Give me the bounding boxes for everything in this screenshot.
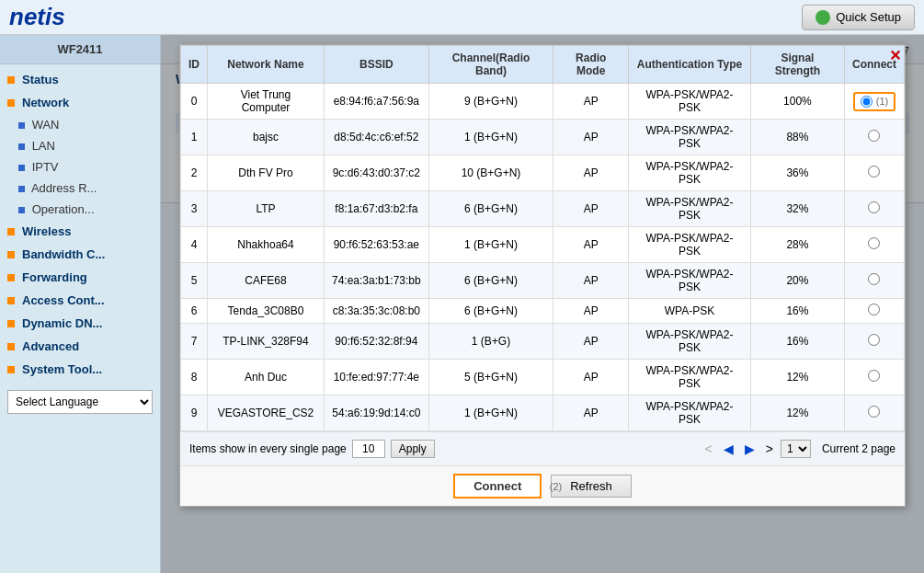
ap-scan-modal: ✕ ID Network Name BSSID Channel(Radio Ba… (179, 44, 906, 507)
cell-channel: 6 (B+G+N) (428, 299, 553, 324)
sidebar-item-wan[interactable]: WAN (0, 114, 160, 135)
sidebar-item-lan-label: LAN (32, 139, 55, 153)
wan-icon (18, 122, 25, 129)
sidebar-item-advanced[interactable]: Advanced (0, 335, 160, 358)
table-body: 0Viet Trung Computere8:94:f6:a7:56:9a9 (… (181, 84, 905, 431)
label-1: (1) (876, 96, 888, 107)
sidebar-item-forwarding-label: Forwarding (22, 270, 87, 284)
sidebar-item-address[interactable]: Address R... (0, 178, 160, 199)
sidebar-item-lan[interactable]: LAN (0, 135, 160, 156)
sidebar-item-system[interactable]: System Tool... (0, 358, 160, 381)
cell-id: 9 (181, 395, 208, 431)
access-icon (7, 297, 15, 304)
sidebar-item-dynamic-label: Dynamic DN... (22, 316, 102, 330)
sidebar-item-operation[interactable]: Operation... (0, 199, 160, 220)
current-page-label: Current 2 page (822, 442, 895, 455)
connect-radio-5[interactable] (868, 273, 880, 285)
connect-radio-8[interactable] (868, 370, 880, 382)
connect-radio-4[interactable] (868, 237, 880, 249)
apply-button[interactable]: Apply (391, 440, 435, 458)
content-area: V1.1.25087 WAN Type WAN Type : Wired Acc… (161, 35, 924, 573)
connect-radio-6[interactable] (868, 304, 880, 315)
cell-bssid: 10:fe:ed:97:77:4e (324, 360, 428, 395)
cell-signal: 36% (750, 155, 844, 191)
page-select[interactable]: 1 2 (781, 440, 811, 458)
cell-signal: 16% (750, 299, 844, 324)
col-channel: Channel(Radio Band) (428, 46, 553, 84)
cell-auth: WPA-PSK/WPA2-PSK (629, 360, 751, 395)
first-page-button[interactable]: < (702, 440, 716, 458)
table-header: ID Network Name BSSID Channel(Radio Band… (181, 46, 905, 84)
cell-bssid: c8:3a:35:3c:08:b0 (324, 299, 428, 324)
cell-channel: 1 (B+G+N) (428, 120, 553, 155)
cell-signal: 32% (750, 191, 844, 227)
sidebar: WF2411 Status Network WAN LAN IPTV (0, 35, 161, 573)
advanced-icon (7, 343, 15, 350)
cell-bssid: f8:1a:67:d3:b2:fa (324, 191, 428, 227)
cell-signal: 16% (750, 324, 844, 360)
language-select-wrap: Select Language (0, 381, 160, 419)
table-row: 3LTPf8:1a:67:d3:b2:fa6 (B+G+N)APWPA-PSK/… (181, 191, 905, 227)
prev-page-button[interactable]: ◀ (720, 440, 737, 458)
cell-mode: AP (553, 263, 629, 299)
cell-network: CAFE68 (208, 263, 325, 299)
connect-radio-0[interactable] (861, 96, 873, 108)
pagination-row: Items show in every single page Apply < … (180, 431, 905, 465)
table-row: 9VEGASTORE_CS254:a6:19:9d:14:c01 (B+G+N)… (181, 395, 905, 431)
cell-auth: WPA-PSK/WPA2-PSK (629, 324, 751, 360)
cell-network: Dth FV Pro (208, 155, 325, 191)
sidebar-item-wan-label: WAN (32, 118, 60, 132)
cell-mode: AP (553, 155, 629, 191)
sidebar-item-network[interactable]: Network (0, 91, 160, 114)
cell-id: 7 (181, 324, 208, 360)
cell-auth: WPA-PSK/WPA2-PSK (629, 263, 751, 299)
last-page-button[interactable]: > (762, 440, 777, 458)
sidebar-item-iptv[interactable]: IPTV (0, 156, 160, 178)
table-row: 4Nhakhoa6490:f6:52:63:53:ae1 (B+G+N)APWP… (181, 227, 905, 263)
status-icon (7, 76, 15, 84)
cell-signal: 88% (750, 120, 844, 155)
table-row: 5CAFE6874:ea:3a:b1:73:bb6 (B+G+N)APWPA-P… (181, 263, 905, 299)
sidebar-item-access[interactable]: Access Cont... (0, 289, 160, 312)
items-per-page-input[interactable] (352, 440, 385, 458)
sidebar-item-system-label: System Tool... (22, 362, 102, 376)
iptv-icon (18, 165, 25, 171)
connect-radio-3[interactable] (868, 201, 880, 213)
cell-connect (844, 155, 904, 191)
cell-connect (844, 227, 904, 263)
forwarding-icon (7, 274, 15, 281)
sidebar-item-bandwidth[interactable]: Bandwidth C... (0, 243, 160, 266)
cell-auth: WPA-PSK/WPA2-PSK (629, 120, 751, 155)
next-page-button[interactable]: ▶ (741, 440, 759, 458)
table-row: 1bajscd8:5d:4c:c6:ef:521 (B+G+N)APWPA-PS… (181, 120, 905, 155)
cell-connect (844, 324, 904, 360)
modal-close-button[interactable]: ✕ (889, 47, 901, 64)
connect-button[interactable]: Connect (453, 474, 542, 499)
sidebar-item-forwarding[interactable]: Forwarding (0, 266, 160, 289)
cell-auth: WPA-PSK/WPA2-PSK (629, 155, 751, 191)
table-row: 6Tenda_3C08B0c8:3a:35:3c:08:b06 (B+G+N)A… (181, 299, 905, 324)
cell-mode: AP (553, 227, 629, 263)
cell-auth: WPA-PSK/WPA2-PSK (629, 227, 751, 263)
cell-id: 0 (181, 84, 208, 120)
sidebar-item-wireless[interactable]: Wireless (0, 220, 160, 243)
cell-id: 3 (181, 191, 208, 227)
sidebar-item-dynamic[interactable]: Dynamic DN... (0, 312, 160, 335)
cell-bssid: e8:94:f6:a7:56:9a (324, 84, 428, 120)
connect-radio-1[interactable] (868, 130, 880, 142)
language-select[interactable]: Select Language (7, 390, 153, 414)
cell-network: Viet Trung Computer (208, 84, 325, 120)
cell-mode: AP (553, 84, 629, 120)
sidebar-item-status[interactable]: Status (0, 68, 160, 91)
cell-signal: 12% (750, 360, 844, 395)
connect-radio-2[interactable] (868, 166, 880, 178)
main-layout: WF2411 Status Network WAN LAN IPTV (0, 35, 924, 573)
cell-connect (844, 191, 904, 227)
cell-signal: 20% (750, 263, 844, 299)
cell-channel: 1 (B+G+N) (428, 395, 553, 431)
refresh-button[interactable]: Refresh (551, 475, 632, 498)
connect-radio-7[interactable] (868, 334, 880, 346)
connect-radio-9[interactable] (868, 406, 880, 418)
cell-connect (844, 299, 904, 324)
quick-setup-button[interactable]: Quick Setup (802, 5, 915, 30)
